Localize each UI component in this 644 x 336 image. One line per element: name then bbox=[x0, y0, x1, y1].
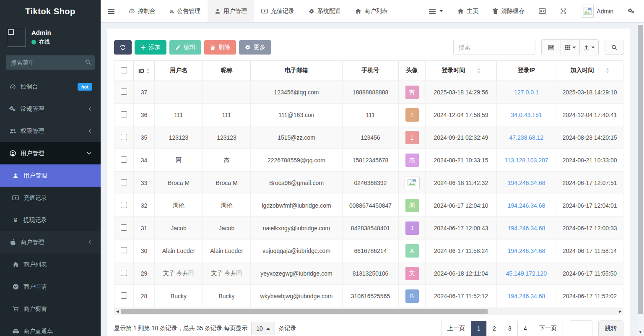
refresh-button[interactable] bbox=[114, 40, 132, 55]
sidebar-item-withdraw-records[interactable]: ¥提现记录 bbox=[0, 209, 101, 231]
delete-button[interactable]: 删除 bbox=[204, 40, 236, 55]
dashboard-icon bbox=[8, 83, 17, 90]
columns-button[interactable] bbox=[561, 40, 579, 55]
column-header[interactable]: 手机号 bbox=[343, 61, 399, 81]
page-button-2[interactable]: 2 bbox=[486, 321, 502, 336]
nav-item-fullscreen[interactable] bbox=[553, 0, 574, 22]
nav-item-home[interactable]: 主页 bbox=[450, 0, 486, 22]
caret-down-icon bbox=[591, 47, 595, 49]
scroll-right-arrow[interactable]: ▶ bbox=[617, 308, 623, 315]
nav-item-announcements[interactable]: a,公告管理 bbox=[163, 0, 208, 22]
column-header[interactable]: 昵称 bbox=[203, 61, 251, 81]
row-checkbox[interactable] bbox=[121, 224, 127, 231]
sidebar-search-input[interactable] bbox=[6, 55, 95, 70]
select-all-checkbox[interactable] bbox=[121, 67, 127, 73]
select-all-checkbox[interactable] bbox=[114, 61, 134, 81]
vertical-scrollbar[interactable]: ▼ bbox=[637, 23, 644, 336]
row-checkbox[interactable] bbox=[121, 292, 127, 299]
login-ip-link[interactable]: 34.0.43.151 bbox=[511, 112, 542, 118]
row-checkbox[interactable] bbox=[121, 247, 127, 253]
row-checkbox[interactable] bbox=[121, 156, 127, 163]
row-checkbox-cell bbox=[114, 149, 134, 172]
next-page-button[interactable]: 下一页 bbox=[533, 321, 563, 336]
page-button-4[interactable]: 4 bbox=[517, 321, 533, 336]
column-header[interactable]: 电子邮箱 bbox=[251, 61, 343, 81]
login-ip-link[interactable]: 194.246.34.68 bbox=[508, 225, 545, 232]
topnav-right: 主页清除缓存Admin bbox=[422, 0, 644, 22]
scroll-left-arrow[interactable]: ◀ bbox=[114, 308, 121, 315]
sidebar-item-merchant-showcase[interactable]: 商户橱窗 bbox=[0, 298, 101, 320]
nav-item-admin-user[interactable]: Admin bbox=[574, 0, 621, 22]
sidebar-item-user-mgmt[interactable]: 用户管理 bbox=[0, 142, 101, 164]
column-header[interactable]: ID bbox=[134, 61, 155, 81]
nav-item-settings[interactable] bbox=[621, 0, 642, 22]
horizontal-scroll-thumb[interactable] bbox=[121, 309, 488, 314]
nav-item-language[interactable] bbox=[532, 0, 553, 22]
jump-button[interactable]: 跳转 bbox=[598, 320, 623, 336]
add-button[interactable]: 添加 bbox=[135, 40, 166, 55]
page-button-3[interactable]: 3 bbox=[502, 321, 518, 336]
row-checkbox[interactable] bbox=[121, 134, 127, 140]
sidebar-item-merchant-express[interactable]: 商户直通车 bbox=[0, 320, 101, 336]
column-header[interactable]: 加入时间 bbox=[556, 61, 623, 81]
login-ip-link[interactable]: 47.238.68.12 bbox=[509, 134, 544, 141]
sidebar-item-merchant-mgmt[interactable]: 商户管理 bbox=[0, 231, 101, 253]
sort-icon[interactable] bbox=[477, 68, 480, 73]
scroll-down-arrow[interactable]: ▼ bbox=[637, 330, 644, 334]
login-ip-link[interactable]: 127.0.0.1 bbox=[514, 89, 538, 96]
nav-item-console[interactable]: 控制台 bbox=[122, 0, 163, 22]
cell-username: 111 bbox=[155, 104, 203, 126]
sidebar-item-general-mgmt[interactable]: 常规管理 bbox=[0, 98, 101, 120]
row-checkbox[interactable] bbox=[121, 111, 127, 117]
jump-page-input[interactable] bbox=[570, 320, 592, 336]
horizontal-scrollbar[interactable]: ◀ ▶ bbox=[114, 308, 623, 315]
table-body: 37123456@qq.com18888888888吉2025-03-18 14… bbox=[114, 81, 623, 307]
column-header[interactable]: 登录时间 bbox=[426, 61, 497, 81]
login-ip-link[interactable]: 45.149.172.120 bbox=[506, 270, 547, 277]
column-header[interactable]: 登录IP bbox=[497, 61, 556, 81]
sidebar-item-label: 权限管理 bbox=[21, 128, 44, 135]
sidebar-item-console[interactable]: 控制台hot bbox=[0, 76, 101, 98]
nav-item-user-mgmt[interactable]: 用户管理 bbox=[208, 0, 254, 22]
detail-view-button[interactable] bbox=[542, 40, 561, 55]
sidebar-item-merchant-apply[interactable]: 商户申请 bbox=[0, 276, 101, 298]
sort-icon[interactable] bbox=[606, 68, 609, 73]
chevron-left-icon bbox=[88, 107, 91, 111]
nav-item-menu-dropdown[interactable] bbox=[422, 0, 450, 22]
cell-phone: 6616786214 bbox=[343, 240, 399, 262]
login-ip-link[interactable]: 194.246.34.68 bbox=[508, 202, 545, 209]
login-ip-link[interactable]: 194.246.34.68 bbox=[508, 180, 545, 186]
export-button[interactable] bbox=[579, 40, 598, 55]
row-checkbox[interactable] bbox=[121, 202, 127, 208]
row-checkbox[interactable] bbox=[121, 89, 127, 95]
nav-item-merchant-list[interactable]: 商户列表 bbox=[348, 0, 395, 22]
row-checkbox[interactable] bbox=[121, 270, 127, 276]
nav-item-clear-cache[interactable]: 清除缓存 bbox=[486, 0, 532, 22]
nav-item-recharge[interactable]: 充值记录 bbox=[254, 0, 301, 22]
prev-page-button[interactable]: 上一页 bbox=[441, 321, 471, 336]
more-button[interactable]: 更多 bbox=[239, 40, 271, 55]
page-size-dropdown[interactable]: 10 bbox=[251, 322, 275, 335]
column-header[interactable]: 头像 bbox=[399, 61, 426, 81]
table-search-input[interactable] bbox=[453, 40, 535, 55]
page-button-1[interactable]: 1 bbox=[471, 321, 487, 336]
sidebar-item-recharge-records[interactable]: 充值记录 bbox=[0, 187, 101, 209]
sidebar-item-merchant-list[interactable]: 商户列表 bbox=[0, 253, 101, 276]
column-header[interactable]: 用户名 bbox=[155, 61, 203, 81]
login-ip-link[interactable]: 113.128.103.207 bbox=[504, 157, 548, 164]
login-ip-link[interactable]: 194.246.34.68 bbox=[508, 293, 545, 300]
sidebar-toggle-button[interactable] bbox=[101, 0, 122, 22]
column-header-label: 加入时间 bbox=[571, 67, 594, 74]
sidebar-item-permission-mgmt[interactable]: 权限管理 bbox=[0, 120, 101, 142]
horizontal-scroll-track[interactable] bbox=[121, 308, 617, 315]
cell-login-ip: 34.0.43.151 bbox=[497, 104, 556, 126]
search-icon[interactable] bbox=[85, 59, 91, 65]
row-checkbox[interactable] bbox=[121, 179, 127, 185]
login-ip-link[interactable]: 194.246.34.68 bbox=[508, 247, 545, 254]
vertical-scroll-thumb[interactable] bbox=[638, 25, 643, 314]
nav-item-system-config[interactable]: 系统配置 bbox=[301, 0, 348, 22]
sidebar-item-user-list[interactable]: 用户管理 bbox=[0, 164, 101, 187]
edit-button[interactable]: 编辑 bbox=[169, 40, 201, 55]
search-button[interactable] bbox=[605, 40, 623, 55]
sort-icon[interactable] bbox=[146, 68, 150, 74]
